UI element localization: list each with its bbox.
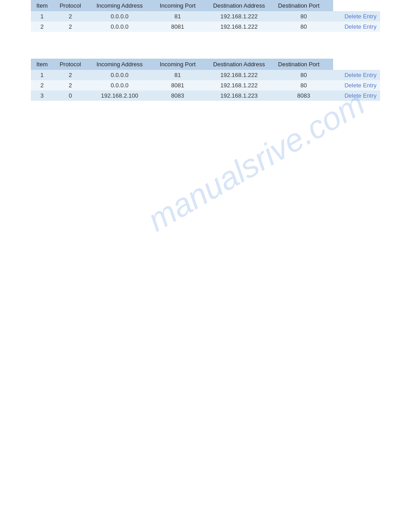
cell-incoming-address: 192.168.2.100 (87, 90, 152, 101)
table-section-2: Item Protocol Incoming Address Incoming … (31, 59, 380, 101)
cell-incoming-port: 8081 (152, 80, 204, 90)
cell-destination-address: 192.168.1.222 (204, 11, 274, 21)
col-header-incoming-port-2: Incoming Port (152, 59, 204, 70)
col-header-item-2: Item (31, 59, 53, 70)
cell-destination-address: 192.168.1.222 (204, 70, 274, 80)
cell-incoming-address: 0.0.0.0 (87, 11, 152, 21)
col-header-incoming-address-2: Incoming Address (87, 59, 152, 70)
cell-destination-address: 192.168.1.223 (204, 90, 274, 101)
cell-incoming-port: 8083 (152, 90, 204, 101)
cell-destination-address: 192.168.1.222 (204, 80, 274, 90)
col-header-protocol-1: Protocol (53, 0, 88, 11)
table-row: 1 2 0.0.0.0 81 192.168.1.222 80 Delete E… (31, 70, 380, 80)
port-forwarding-table-2: Item Protocol Incoming Address Incoming … (31, 59, 380, 101)
cell-protocol: 2 (53, 80, 88, 90)
col-header-incoming-address-1: Incoming Address (87, 0, 152, 11)
cell-item: 1 (31, 11, 53, 21)
cell-destination-port: 80 (274, 11, 333, 21)
delete-entry-button[interactable]: Delete Entry (333, 90, 380, 101)
col-header-destination-port-2: Destination Port (274, 59, 333, 70)
col-header-destination-address-2: Destination Address (204, 59, 274, 70)
delete-entry-button[interactable]: Delete Entry (333, 21, 380, 32)
cell-incoming-port: 81 (152, 70, 204, 80)
cell-incoming-address: 0.0.0.0 (87, 70, 152, 80)
table-row: 2 2 0.0.0.0 8081 192.168.1.222 80 Delete… (31, 21, 380, 32)
cell-destination-port: 80 (274, 21, 333, 32)
cell-destination-address: 192.168.1.222 (204, 21, 274, 32)
watermark-text: manualsrive.com (141, 85, 371, 238)
cell-item: 2 (31, 21, 53, 32)
cell-protocol: 2 (53, 21, 88, 32)
col-header-destination-port-1: Destination Port (274, 0, 333, 11)
delete-entry-button[interactable]: Delete Entry (333, 80, 380, 90)
cell-protocol: 0 (53, 90, 88, 101)
port-forwarding-table-1: Item Protocol Incoming Address Incoming … (31, 0, 380, 32)
col-header-incoming-port-1: Incoming Port (152, 0, 204, 11)
cell-protocol: 2 (53, 70, 88, 80)
cell-incoming-address: 0.0.0.0 (87, 80, 152, 90)
cell-destination-port: 8083 (274, 90, 333, 101)
cell-item: 3 (31, 90, 53, 101)
table-row: 2 2 0.0.0.0 8081 192.168.1.222 80 Delete… (31, 80, 380, 90)
cell-protocol: 2 (53, 11, 88, 21)
cell-destination-port: 80 (274, 80, 333, 90)
table-row: 1 2 0.0.0.0 81 192.168.1.222 80 Delete E… (31, 11, 380, 21)
delete-entry-button[interactable]: Delete Entry (333, 70, 380, 80)
table-header-row-2: Item Protocol Incoming Address Incoming … (31, 59, 380, 70)
cell-incoming-port: 81 (152, 11, 204, 21)
table-section-1: Item Protocol Incoming Address Incoming … (31, 0, 380, 32)
col-header-item-1: Item (31, 0, 53, 11)
cell-incoming-port: 8081 (152, 21, 204, 32)
table-row: 3 0 192.168.2.100 8083 192.168.1.223 808… (31, 90, 380, 101)
cell-item: 1 (31, 70, 53, 80)
col-header-protocol-2: Protocol (53, 59, 88, 70)
table-header-row-1: Item Protocol Incoming Address Incoming … (31, 0, 380, 11)
cell-incoming-address: 0.0.0.0 (87, 21, 152, 32)
col-header-destination-address-1: Destination Address (204, 0, 274, 11)
delete-entry-button[interactable]: Delete Entry (333, 11, 380, 21)
cell-destination-port: 80 (274, 70, 333, 80)
cell-item: 2 (31, 80, 53, 90)
